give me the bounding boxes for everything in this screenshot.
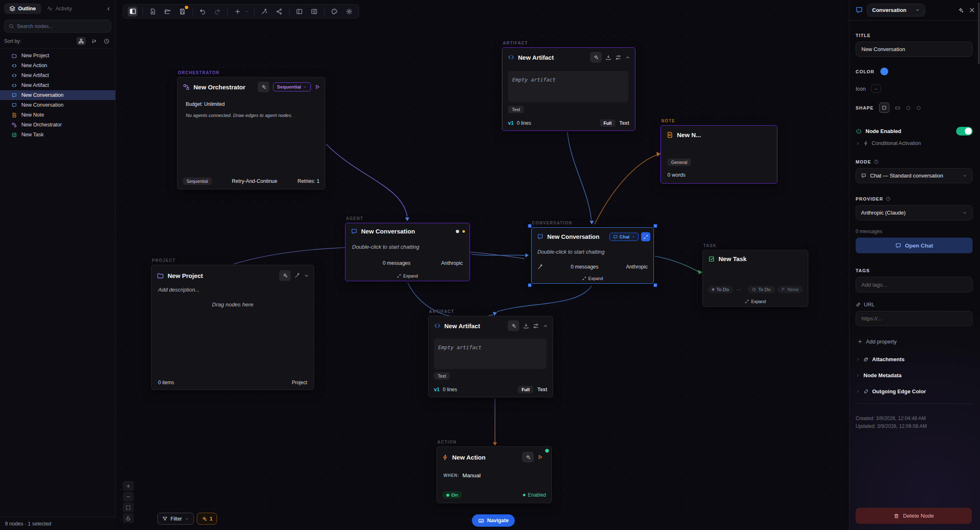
save-icon[interactable] bbox=[177, 7, 187, 16]
run-play-button[interactable] bbox=[537, 454, 543, 460]
download-icon[interactable] bbox=[523, 323, 529, 329]
sliders-icon[interactable] bbox=[615, 54, 621, 61]
list-item-new-task[interactable]: New Task bbox=[0, 130, 115, 140]
shape-square-button[interactable] bbox=[879, 103, 889, 113]
view-text-toggle[interactable]: Text bbox=[537, 387, 547, 392]
sliders-icon[interactable] bbox=[533, 323, 539, 329]
agent-conversation-node[interactable]: AGENT New Conversation Double-click to s… bbox=[345, 223, 470, 281]
view-full-toggle[interactable]: Full bbox=[518, 386, 534, 393]
tab-activity[interactable]: Activity bbox=[45, 3, 74, 14]
sort-time-button[interactable] bbox=[102, 37, 111, 45]
fit-view-button[interactable] bbox=[123, 502, 134, 512]
download-icon[interactable] bbox=[605, 54, 611, 61]
artifact-content-area[interactable]: Empty artifact bbox=[434, 339, 546, 369]
ai-wand-icon[interactable] bbox=[259, 7, 269, 16]
agent-count-badge[interactable]: 1 bbox=[197, 513, 217, 525]
sequential-mode-button[interactable]: Sequential bbox=[273, 82, 311, 91]
node-type-dropdown[interactable]: Conversation bbox=[867, 4, 925, 16]
collapse-sidebar-button[interactable] bbox=[106, 6, 111, 12]
sort-alpha-button[interactable] bbox=[89, 37, 98, 45]
flow-canvas[interactable]: ORCHESTRATOR New Orchestrator Sequential… bbox=[116, 0, 849, 530]
ai-sparkles-button[interactable] bbox=[279, 270, 291, 281]
navigate-button[interactable]: Navigate bbox=[472, 514, 515, 527]
settings-gear-icon[interactable] bbox=[344, 7, 354, 16]
add-node-icon[interactable] bbox=[233, 7, 243, 16]
sort-hierarchy-button[interactable] bbox=[77, 37, 86, 45]
redo-icon[interactable] bbox=[212, 7, 222, 16]
ai-sparkles-button[interactable] bbox=[258, 82, 269, 92]
description-placeholder[interactable]: Add description... bbox=[158, 287, 199, 293]
action-node[interactable]: ACTION New Action WHEN: Manual On bbox=[436, 446, 552, 503]
list-item-new-action[interactable]: New Action bbox=[0, 61, 115, 70]
run-play-button[interactable] bbox=[315, 84, 320, 90]
search-nodes-input[interactable] bbox=[17, 23, 107, 29]
list-item-new-conversation-2[interactable]: New Conversation bbox=[0, 100, 115, 110]
panel-left-icon[interactable] bbox=[294, 7, 304, 16]
shape-rounded-button[interactable] bbox=[895, 105, 901, 111]
collapse-chevron-icon[interactable] bbox=[543, 323, 548, 329]
selection-handle-sw[interactable] bbox=[528, 283, 532, 287]
filter-button[interactable]: Filter bbox=[157, 513, 194, 525]
selection-handle-ne[interactable] bbox=[653, 224, 657, 228]
outgoing-edge-color-section-toggle[interactable]: Outgoing Edge Color bbox=[856, 388, 973, 395]
list-item-new-artifact-2[interactable]: New Artifact bbox=[0, 80, 115, 90]
conditional-activation-row[interactable]: Conditional Activation bbox=[856, 140, 973, 146]
node-enabled-toggle[interactable] bbox=[956, 127, 973, 135]
list-item-new-project[interactable]: New Project bbox=[0, 51, 115, 61]
attachments-section-toggle[interactable]: Attachments bbox=[856, 356, 973, 362]
tab-outline[interactable]: Outline bbox=[4, 3, 41, 14]
orchestrator-node[interactable]: ORCHESTRATOR New Orchestrator Sequential… bbox=[177, 77, 325, 189]
zoom-out-button[interactable] bbox=[123, 492, 134, 502]
view-full-toggle[interactable]: Full bbox=[600, 119, 616, 127]
lock-canvas-button[interactable] bbox=[123, 513, 134, 523]
theme-palette-icon[interactable] bbox=[329, 7, 339, 16]
open-project-icon[interactable] bbox=[163, 7, 173, 16]
delete-node-button[interactable]: Delete Node bbox=[856, 508, 972, 524]
chevron-down-icon[interactable] bbox=[304, 273, 309, 278]
artifact-content-area[interactable]: Empty artifact bbox=[508, 71, 628, 102]
open-chat-button[interactable]: Open Chat bbox=[856, 238, 973, 253]
add-node-caret-icon[interactable] bbox=[245, 9, 249, 14]
zoom-in-button[interactable] bbox=[123, 481, 134, 491]
ai-sparkles-button[interactable] bbox=[590, 52, 602, 63]
expand-button[interactable]: Expand bbox=[703, 299, 808, 304]
panel-collapse-right-icon[interactable] bbox=[309, 7, 319, 16]
add-property-button[interactable]: Add property bbox=[856, 339, 973, 345]
shape-circle-button[interactable] bbox=[906, 105, 911, 110]
chat-mode-button[interactable]: Chat bbox=[609, 233, 639, 241]
list-item-new-artifact-1[interactable]: New Artifact bbox=[0, 70, 115, 80]
sidebar-toggle-icon[interactable] bbox=[128, 7, 138, 16]
scrollbar-thumb[interactable] bbox=[978, 2, 980, 64]
close-icon[interactable] bbox=[969, 7, 975, 13]
icon-picker-button[interactable]: -- bbox=[871, 84, 881, 93]
mode-select[interactable]: Chat — Standard conversation bbox=[856, 168, 973, 183]
provider-select[interactable]: Anthropic (Claude) bbox=[856, 205, 973, 220]
project-node[interactable]: PROJECT New Project Add description... D… bbox=[151, 265, 314, 390]
ai-sparkles-button[interactable] bbox=[508, 320, 519, 331]
expand-button[interactable]: Expand bbox=[345, 273, 469, 278]
priority-pill[interactable]: None bbox=[777, 286, 803, 293]
list-item-new-orchestrator[interactable]: New Orchestrator bbox=[0, 120, 115, 130]
open-expanded-button[interactable] bbox=[641, 232, 650, 241]
list-item-new-conversation-selected[interactable]: New Conversation bbox=[0, 90, 115, 100]
artifact-node-bottom[interactable]: ARTIFACT New Artifact Empty artifact Tex… bbox=[428, 316, 553, 397]
selection-handle-nw[interactable] bbox=[528, 224, 532, 228]
wand-icon[interactable] bbox=[294, 273, 300, 278]
shape-hexagon-button[interactable] bbox=[916, 105, 921, 110]
node-metadata-section-toggle[interactable]: Node Metadata bbox=[856, 372, 973, 378]
tags-input[interactable] bbox=[856, 277, 973, 292]
new-file-icon[interactable] bbox=[148, 7, 158, 16]
conversation-node-selected[interactable]: CONVERSATION New Conversation Chat Doubl… bbox=[531, 227, 654, 284]
undo-icon[interactable] bbox=[198, 7, 208, 16]
title-input[interactable] bbox=[856, 42, 973, 57]
ai-sparkles-button[interactable] bbox=[957, 7, 964, 14]
color-swatch[interactable] bbox=[880, 68, 888, 75]
list-item-new-note[interactable]: New Note bbox=[0, 110, 115, 120]
note-node[interactable]: NOTE New N... General 0 words bbox=[660, 125, 777, 184]
collapse-chevron-icon[interactable] bbox=[625, 55, 630, 60]
view-text-toggle[interactable]: Text bbox=[619, 120, 629, 126]
url-input[interactable] bbox=[856, 311, 973, 326]
share-icon[interactable] bbox=[274, 7, 284, 16]
artifact-node-top[interactable]: ARTIFACT New Artifact Empty artifact Tex… bbox=[502, 47, 635, 131]
expand-button[interactable]: Expand bbox=[532, 276, 653, 281]
